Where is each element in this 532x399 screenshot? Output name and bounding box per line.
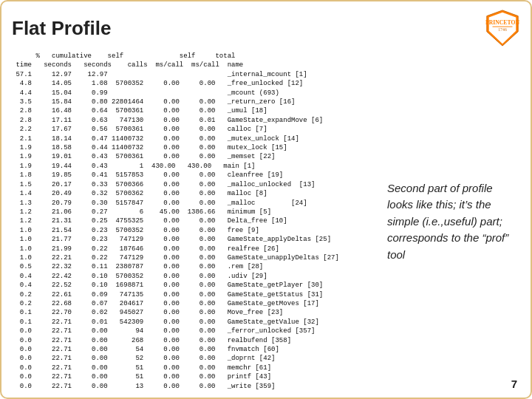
svg-text:1746: 1746 — [498, 27, 507, 32]
profile-code: % cumulative self self total time second… — [12, 52, 372, 392]
page-title: Flat Profile — [12, 17, 111, 40]
slide: Flat Profile PRINCETON 1746 % cumulative… — [0, 0, 532, 399]
svg-text:PRINCETON: PRINCETON — [485, 19, 519, 26]
content-area: % cumulative self self total time second… — [12, 52, 520, 392]
princeton-shield-logo: PRINCETON 1746 — [485, 9, 520, 47]
annotation-paragraph: Second part of profile looks like this; … — [387, 180, 520, 264]
annotation-text: Second part of profile looks like this; … — [380, 52, 520, 392]
page-number: 7 — [511, 378, 517, 390]
slide-header: Flat Profile PRINCETON 1746 — [12, 9, 520, 47]
